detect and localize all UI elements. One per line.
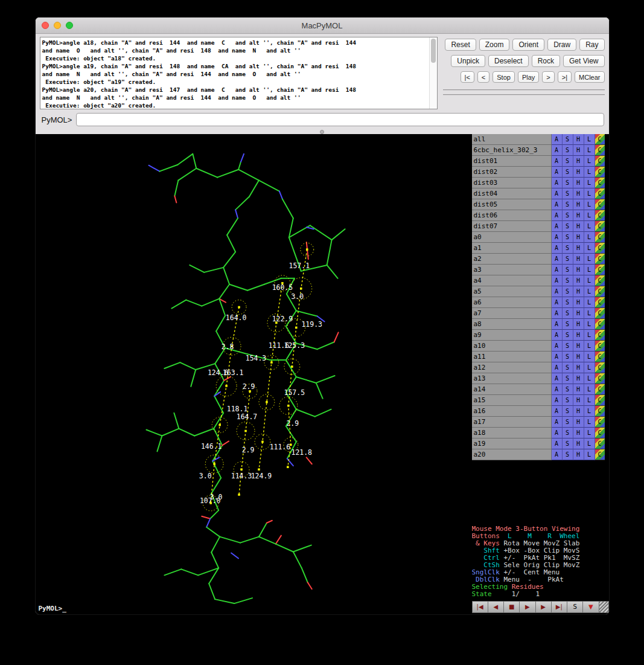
resize-grip[interactable]: [599, 602, 608, 612]
object-c-menu-button[interactable]: C: [595, 449, 605, 460]
object-l-menu-button[interactable]: L: [584, 199, 595, 210]
object-a-menu-button[interactable]: A: [552, 297, 563, 308]
object-a-menu-button[interactable]: A: [552, 428, 563, 439]
command-input[interactable]: [76, 113, 604, 126]
object-c-menu-button[interactable]: C: [595, 254, 605, 265]
object-name-button[interactable]: a3: [472, 265, 552, 275]
object-s-menu-button[interactable]: S: [563, 449, 573, 460]
object-a-menu-button[interactable]: A: [552, 439, 563, 449]
object-s-menu-button[interactable]: S: [563, 373, 573, 384]
object-c-menu-button[interactable]: C: [595, 341, 605, 352]
object-a-menu-button[interactable]: A: [552, 221, 563, 232]
object-c-menu-button[interactable]: C: [595, 188, 605, 199]
object-h-menu-button[interactable]: H: [573, 362, 584, 373]
object-l-menu-button[interactable]: L: [584, 156, 595, 167]
object-l-menu-button[interactable]: L: [584, 352, 595, 362]
title-bar[interactable]: MacPyMOL: [36, 18, 609, 34]
object-a-menu-button[interactable]: A: [552, 145, 563, 156]
toolbar-unpick-button[interactable]: Unpick: [451, 55, 485, 67]
object-a-menu-button[interactable]: A: [552, 243, 563, 254]
object-l-menu-button[interactable]: L: [584, 275, 595, 286]
object-s-menu-button[interactable]: S: [563, 275, 573, 286]
object-c-menu-button[interactable]: C: [595, 319, 605, 330]
object-a-menu-button[interactable]: A: [552, 362, 563, 373]
object-l-menu-button[interactable]: L: [584, 449, 595, 460]
object-s-menu-button[interactable]: S: [563, 167, 573, 178]
object-s-menu-button[interactable]: S: [563, 156, 573, 167]
object-h-menu-button[interactable]: H: [573, 188, 584, 199]
object-s-menu-button[interactable]: S: [563, 406, 573, 417]
object-c-menu-button[interactable]: C: [595, 308, 605, 319]
toolbar-zoom-button[interactable]: Zoom: [479, 39, 510, 51]
object-name-button[interactable]: a12: [472, 362, 552, 373]
object-name-button[interactable]: dist04: [472, 188, 552, 199]
object-s-menu-button[interactable]: S: [563, 145, 573, 156]
object-c-menu-button[interactable]: C: [595, 134, 605, 145]
object-h-menu-button[interactable]: H: [573, 254, 584, 265]
object-l-menu-button[interactable]: L: [584, 362, 595, 373]
step-back-button[interactable]: ◀: [488, 602, 504, 612]
object-name-button[interactable]: a14: [472, 384, 552, 395]
object-a-menu-button[interactable]: A: [552, 232, 563, 243]
object-s-menu-button[interactable]: S: [563, 428, 573, 439]
object-name-button[interactable]: a6: [472, 297, 552, 308]
object-h-menu-button[interactable]: H: [573, 373, 584, 384]
toolbar--button[interactable]: <: [477, 71, 489, 83]
object-c-menu-button[interactable]: C: [595, 232, 605, 243]
object-s-menu-button[interactable]: S: [563, 221, 573, 232]
object-h-menu-button[interactable]: H: [573, 384, 584, 395]
toolbar-stop-button[interactable]: Stop: [493, 71, 515, 83]
object-s-menu-button[interactable]: S: [563, 210, 573, 221]
object-name-button[interactable]: a1: [472, 243, 552, 254]
object-name-button[interactable]: a15: [472, 395, 552, 406]
toolbar-play-button[interactable]: Play: [518, 71, 539, 83]
object-l-menu-button[interactable]: L: [584, 406, 595, 417]
object-l-menu-button[interactable]: L: [584, 134, 595, 145]
object-name-button[interactable]: a8: [472, 319, 552, 330]
object-a-menu-button[interactable]: A: [552, 319, 563, 330]
object-h-menu-button[interactable]: H: [573, 221, 584, 232]
toolbar--button[interactable]: >: [542, 71, 554, 83]
toolbar-rock-button[interactable]: Rock: [532, 55, 560, 67]
object-name-button[interactable]: a13: [472, 373, 552, 384]
object-h-menu-button[interactable]: H: [573, 210, 584, 221]
object-c-menu-button[interactable]: C: [595, 428, 605, 439]
object-h-menu-button[interactable]: H: [573, 297, 584, 308]
object-s-menu-button[interactable]: S: [563, 243, 573, 254]
object-h-menu-button[interactable]: H: [573, 275, 584, 286]
object-name-button[interactable]: a4: [472, 275, 552, 286]
object-name-button[interactable]: a19: [472, 439, 552, 449]
object-s-menu-button[interactable]: S: [563, 265, 573, 275]
object-c-menu-button[interactable]: C: [595, 145, 605, 156]
object-name-button[interactable]: a16: [472, 406, 552, 417]
object-l-menu-button[interactable]: L: [584, 188, 595, 199]
toolbar-deselect-button[interactable]: Deselect: [488, 55, 529, 67]
object-s-menu-button[interactable]: S: [563, 286, 573, 297]
object-a-menu-button[interactable]: A: [552, 449, 563, 460]
object-a-menu-button[interactable]: A: [552, 254, 563, 265]
go-to-start-button[interactable]: |◀: [473, 602, 488, 612]
toolbar-reset-button[interactable]: Reset: [445, 39, 476, 51]
object-l-menu-button[interactable]: L: [584, 167, 595, 178]
object-a-menu-button[interactable]: A: [552, 308, 563, 319]
close-button[interactable]: [42, 22, 49, 29]
object-s-menu-button[interactable]: S: [563, 188, 573, 199]
object-h-menu-button[interactable]: H: [573, 156, 584, 167]
minimize-button[interactable]: [54, 22, 61, 29]
object-c-menu-button[interactable]: C: [595, 286, 605, 297]
object-c-menu-button[interactable]: C: [595, 221, 605, 232]
object-a-menu-button[interactable]: A: [552, 199, 563, 210]
object-a-menu-button[interactable]: A: [552, 395, 563, 406]
object-c-menu-button[interactable]: C: [595, 362, 605, 373]
go-to-end-button[interactable]: ▶|: [552, 602, 567, 612]
object-h-menu-button[interactable]: H: [573, 449, 584, 460]
object-s-menu-button[interactable]: S: [563, 134, 573, 145]
object-l-menu-button[interactable]: L: [584, 395, 595, 406]
toolbar--button[interactable]: >|: [558, 71, 572, 83]
object-a-menu-button[interactable]: A: [552, 265, 563, 275]
object-c-menu-button[interactable]: C: [595, 330, 605, 341]
object-s-menu-button[interactable]: S: [563, 384, 573, 395]
object-l-menu-button[interactable]: L: [584, 373, 595, 384]
object-c-menu-button[interactable]: C: [595, 439, 605, 449]
object-a-menu-button[interactable]: A: [552, 167, 563, 178]
